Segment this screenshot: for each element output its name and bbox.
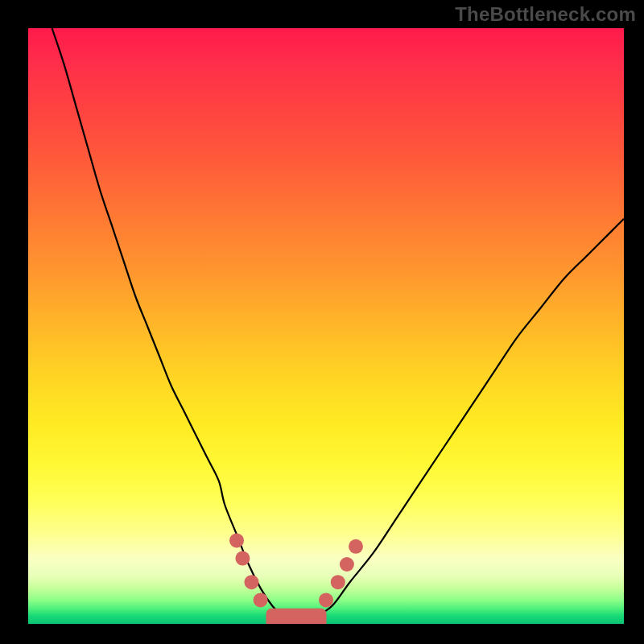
marker-right-cluster-c: [340, 557, 354, 572]
bottleneck-curve: [52, 28, 624, 624]
marker-left-cluster-top: [229, 533, 244, 547]
plot-area: [28, 28, 624, 624]
curve-layer: [28, 28, 624, 624]
marker-right-cluster-a: [319, 592, 333, 607]
marker-left-cluster-a: [235, 551, 250, 566]
curve-floor-band: [266, 609, 326, 624]
marker-left-cluster-b: [245, 575, 259, 589]
marker-right-cluster-top: [349, 539, 363, 554]
marker-left-cluster-c: [254, 592, 268, 607]
chart-frame: TheBottleneck.com: [0, 0, 644, 644]
marker-right-cluster-b: [331, 575, 345, 589]
watermark-text: TheBottleneck.com: [455, 3, 636, 26]
marker-layer: [229, 533, 363, 607]
